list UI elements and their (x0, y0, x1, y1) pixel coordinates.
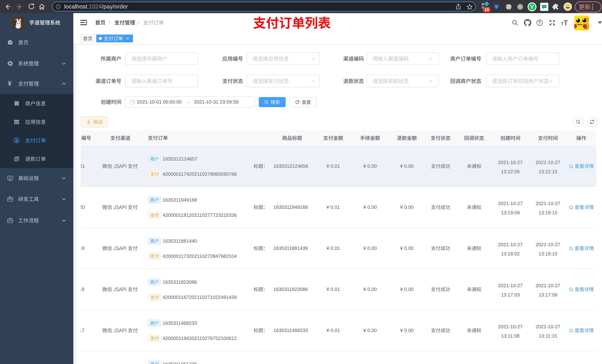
svg-text:10: 10 (484, 7, 489, 12)
